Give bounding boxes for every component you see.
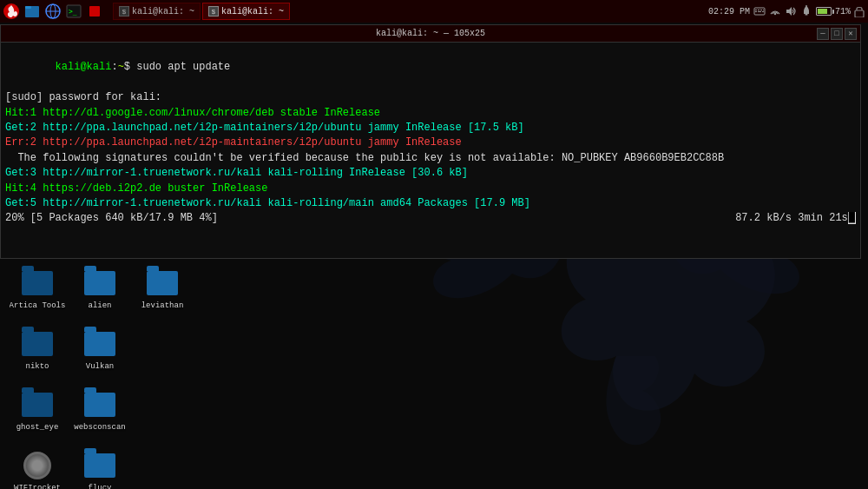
taskbar-terminal-window2[interactable]: $ kali@kali: ~ bbox=[202, 3, 290, 20]
desktop-icon-websconscan-label: websconscan bbox=[74, 423, 125, 432]
taskbar-browser-icon[interactable] bbox=[43, 2, 62, 21]
svg-text:>_: >_ bbox=[69, 8, 77, 16]
terminal-prompt-user: kali@kali bbox=[56, 61, 112, 73]
desktop-icon-flucy-label: flucy bbox=[88, 484, 111, 489]
terminal-line-1: kali@kali:~$ sudo apt update bbox=[5, 45, 856, 90]
desktop-icon-nikto-label: nikto bbox=[25, 362, 49, 371]
kali-menu-icon[interactable] bbox=[2, 2, 21, 21]
desktop-icons-row2: nikto Vulkan bbox=[7, 321, 130, 378]
desktop-icon-websconscan[interactable]: websconscan bbox=[69, 382, 130, 439]
taskbar-terminal-icon[interactable]: >_ bbox=[64, 2, 83, 21]
desktop-icons-row3: ghost_eye websconscan bbox=[7, 382, 130, 439]
terminal-line-8: Hit:4 https://deb.i2p2.de buster InRelea… bbox=[5, 182, 856, 196]
taskbar-record-icon[interactable] bbox=[85, 2, 104, 21]
terminal-maximize-button[interactable]: □ bbox=[831, 28, 843, 40]
terminal-line-9: Get:5 http://mirror-1.truenetwork.ru/kal… bbox=[5, 196, 856, 211]
taskbar-time: 02:29 PM bbox=[708, 7, 750, 17]
battery-percent: 71% bbox=[835, 7, 851, 17]
taskbar-right: 02:29 PM bbox=[708, 5, 868, 17]
svg-rect-12 bbox=[758, 10, 760, 10]
desktop-icon-artica-tools-label: Artica Tools bbox=[10, 301, 66, 310]
terminal-line-6: The following signatures couldn't be ver… bbox=[5, 151, 856, 166]
notification-icon bbox=[800, 5, 812, 17]
svg-rect-11 bbox=[755, 10, 757, 10]
desktop-icon-vulkan[interactable]: Vulkan bbox=[69, 321, 130, 378]
svg-rect-3 bbox=[25, 6, 31, 9]
desktop-icons-row4: WIFIrocket flucy bbox=[7, 443, 130, 489]
svg-rect-17 bbox=[762, 11, 764, 12]
terminal-title: kali@kali: ~ — 105x25 bbox=[376, 29, 485, 38]
desktop-icon-leviathan[interactable]: leviathan bbox=[132, 261, 193, 317]
desktop-icon-wifirocket-label: WIFIrocket bbox=[14, 484, 61, 489]
taskbar-terminal1-label: kali@kali: ~ bbox=[132, 7, 194, 17]
terminal-minimize-button[interactable]: ─ bbox=[817, 28, 829, 40]
svg-marker-19 bbox=[786, 7, 792, 16]
desktop-icon-wifirocket[interactable]: WIFIrocket bbox=[7, 443, 68, 489]
desktop-icon-vulkan-label: Vulkan bbox=[86, 362, 114, 371]
svg-rect-22 bbox=[855, 10, 864, 17]
terminal-line-7: Get:3 http://mirror-1.truenetwork.ru/kal… bbox=[5, 166, 856, 181]
svg-rect-15 bbox=[755, 11, 757, 12]
terminal-close-button[interactable]: ✕ bbox=[845, 28, 857, 40]
desktop-icon-ghost-eye-label: ghost_eye bbox=[16, 423, 59, 432]
desktop-icon-nikto[interactable]: nikto bbox=[7, 321, 68, 378]
terminal-window: kali@kali: ~ — 105x25 ─ □ ✕ kali@kali:~$… bbox=[0, 24, 861, 259]
terminal-line-10: 20% [5 Packages 640 kB/17.9 MB 4%] 87.2 … bbox=[5, 211, 856, 226]
terminal-controls: ─ □ ✕ bbox=[817, 28, 857, 40]
desktop-icon-flucy[interactable]: flucy bbox=[69, 443, 130, 489]
desktop-icon-alien[interactable]: alien bbox=[69, 261, 130, 317]
lock-icon bbox=[854, 5, 865, 17]
taskbar-terminal2-label: kali@kali: ~ bbox=[221, 7, 284, 17]
svg-point-21 bbox=[806, 5, 807, 7]
svg-rect-20 bbox=[805, 14, 807, 16]
taskbar-files-icon[interactable] bbox=[23, 2, 42, 21]
desktop: >_ $ kali@kali: ~ $ kali@kali: bbox=[0, 0, 868, 489]
taskbar-terminal-window1[interactable]: $ kali@kali: ~ bbox=[113, 3, 201, 20]
desktop-icon-artica-tools[interactable]: Artica Tools bbox=[7, 261, 68, 317]
desktop-icons-row1: Artica Tools alien leviathan bbox=[7, 261, 193, 317]
taskbar-left: >_ $ kali@kali: ~ $ kali@kali: bbox=[0, 2, 290, 21]
network-icon bbox=[769, 5, 781, 17]
svg-rect-16 bbox=[758, 11, 761, 12]
battery-icon bbox=[816, 7, 832, 16]
terminal-line-3: Hit:1 http://dl.google.com/linux/chrome/… bbox=[5, 106, 856, 121]
svg-point-18 bbox=[774, 13, 776, 15]
terminal-titlebar: kali@kali: ~ — 105x25 ─ □ ✕ bbox=[1, 25, 860, 43]
svg-rect-9 bbox=[89, 6, 100, 17]
taskbar: >_ $ kali@kali: ~ $ kali@kali: bbox=[0, 0, 868, 23]
desktop-icon-alien-label: alien bbox=[88, 301, 111, 310]
terminal-line-5: Err:2 http://ppa.launchpad.net/i2p-maint… bbox=[5, 135, 856, 150]
terminal-line-4: Get:2 http://ppa.launchpad.net/i2p-maint… bbox=[5, 121, 856, 135]
terminal-body[interactable]: kali@kali:~$ sudo apt update [sudo] pass… bbox=[1, 43, 860, 258]
desktop-icon-ghost-eye[interactable]: ghost_eye bbox=[7, 382, 68, 439]
volume-icon bbox=[785, 5, 797, 17]
terminal-line-2: [sudo] password for kali: bbox=[5, 90, 856, 105]
svg-rect-14 bbox=[763, 10, 764, 10]
desktop-icon-leviathan-label: leviathan bbox=[141, 301, 184, 310]
svg-rect-13 bbox=[760, 10, 762, 10]
keyboard-icon bbox=[753, 5, 766, 17]
